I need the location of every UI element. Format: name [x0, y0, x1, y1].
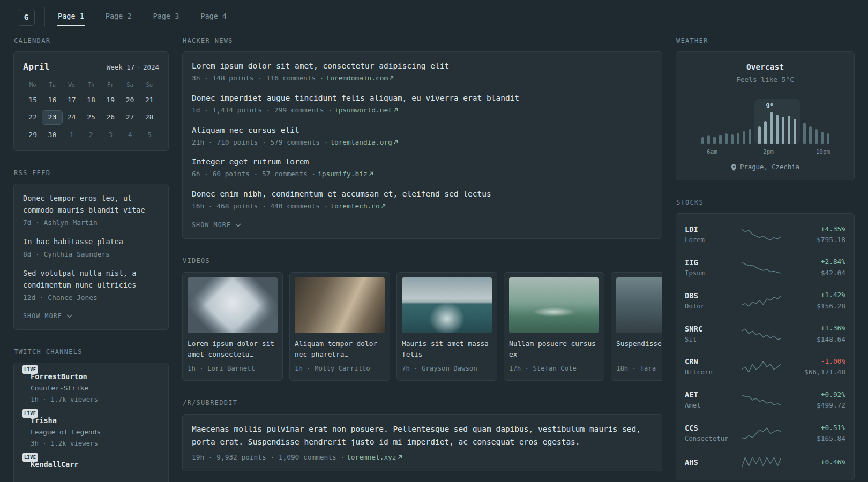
app-logo[interactable]: G	[18, 9, 35, 26]
video-thumbnail[interactable]	[616, 277, 662, 333]
video-card[interactable]: Mauris sit amet massa felis 7h · Grayson…	[396, 272, 497, 381]
stock-price: $156.28	[785, 302, 845, 312]
hn-item-domain-link[interactable]: loremdomain.com	[326, 74, 388, 82]
channel-name[interactable]: KendallCarr	[31, 460, 78, 470]
channel-category[interactable]: Counter-Strike	[31, 383, 98, 394]
channel-category[interactable]: League of Legends	[31, 427, 101, 438]
twitch-channel-row[interactable]: LIVE ForrestBurton Counter-Strike 1h · 1…	[23, 372, 159, 404]
weather-bar	[782, 117, 784, 144]
weather-condition: Overcast	[685, 62, 845, 73]
video-thumbnail[interactable]	[509, 277, 599, 333]
calendar-day[interactable]: 25	[81, 111, 101, 124]
video-thumbnail[interactable]	[188, 277, 278, 333]
video-title[interactable]: Suspendisse diam	[616, 338, 662, 360]
video-card[interactable]: Lorem ipsum dolor sit amet consectetu… 1…	[182, 272, 283, 381]
calendar-day[interactable]: 17	[62, 94, 81, 107]
video-thumbnail[interactable]	[402, 277, 492, 333]
calendar-day[interactable]: 16	[42, 94, 62, 107]
calendar-day[interactable]: 19	[101, 94, 120, 107]
channel-name[interactable]: Trisha	[31, 416, 101, 426]
stock-row[interactable]: CCSConsectetur +0.51%$165.84	[685, 417, 845, 450]
tab-page-2[interactable]: Page 2	[104, 5, 133, 29]
subreddit-domain-link[interactable]: loremnet.xyz	[347, 453, 396, 461]
hn-show-more-button[interactable]: SHOW MORE	[192, 220, 241, 230]
tab-page-4[interactable]: Page 4	[199, 5, 228, 29]
live-badge: LIVE	[22, 409, 38, 418]
video-meta: 18h · Tara	[616, 364, 662, 374]
hn-item-title[interactable]: Donec imperdiet augue tincidunt felis al…	[192, 93, 653, 104]
stock-row[interactable]: DBSDolor +1.42%$156.28	[685, 284, 845, 318]
calendar-day-selected[interactable]: 23	[42, 111, 62, 124]
stock-row[interactable]: AETAmet +0.92%$499.72	[685, 383, 845, 417]
weather-time: 6am	[707, 148, 717, 156]
hn-item-domain-link[interactable]: ipsumworld.net	[334, 106, 392, 114]
rss-show-more-button[interactable]: SHOW MORE	[23, 311, 72, 321]
calendar-day-next-month[interactable]: 1	[62, 129, 81, 142]
calendar-day-next-month[interactable]: 3	[101, 129, 120, 142]
video-title[interactable]: Aliquam tempor dolor nec pharetra…	[295, 338, 385, 360]
rss-item-title[interactable]: Donec tempor eros leo, ut commodo mauris…	[23, 193, 159, 216]
video-thumbnail[interactable]	[295, 277, 385, 333]
calendar-day[interactable]: 28	[140, 111, 159, 124]
video-title[interactable]: Nullam posuere cursus ex	[509, 338, 599, 360]
weather-bar	[770, 112, 773, 144]
calendar-day[interactable]: 18	[81, 94, 101, 107]
calendar-widget-title: CALENDAR	[14, 36, 169, 46]
calendar-day[interactable]: 15	[23, 94, 42, 107]
weather-time-labels: 6am 2pm 10pm	[685, 148, 845, 155]
hn-meta-text: 1d · 1,414 points · 299 comments ·	[192, 106, 332, 114]
stock-change: +2.84%	[785, 257, 845, 267]
calendar-day[interactable]: 26	[101, 111, 120, 124]
calendar-day[interactable]: 21	[140, 94, 159, 107]
hn-item: Donec enim nibh, condimentum et accumsan…	[192, 189, 653, 212]
stock-row[interactable]: LDILorem +4.35%$795.18	[685, 218, 845, 251]
tab-page-3[interactable]: Page 3	[152, 5, 181, 29]
hn-item-title[interactable]: Lorem ipsum dolor sit amet, consectetur …	[192, 61, 653, 72]
twitch-channel-row[interactable]: LIVE Trisha League of Legends 3h · 1.2k …	[23, 416, 159, 448]
calendar-day[interactable]: 24	[62, 111, 81, 124]
hn-item-title[interactable]: Aliquam nec cursus elit	[192, 125, 653, 136]
calendar-day-next-month[interactable]: 4	[120, 129, 139, 142]
calendar-day[interactable]: 29	[23, 129, 42, 142]
hn-item-title[interactable]: Donec enim nibh, condimentum et accumsan…	[192, 189, 653, 200]
video-card[interactable]: Nullam posuere cursus ex 17h · Stefan Co…	[504, 272, 604, 381]
hacker-news-widget-title: HACKER NEWS	[183, 36, 662, 46]
video-title[interactable]: Lorem ipsum dolor sit amet consectetu…	[188, 338, 278, 360]
external-link-icon	[393, 140, 398, 145]
twitch-channel-row[interactable]: LIVE KendallCarr	[23, 460, 159, 472]
hn-item-domain-link[interactable]: loremtech.co	[330, 202, 379, 210]
stock-row[interactable]: AHS +0.46%	[685, 450, 845, 476]
video-card[interactable]: Suspendisse diam 18h · Tara	[611, 272, 662, 381]
hn-item-title[interactable]: Integer eget rutrum lorem	[192, 156, 653, 168]
stock-change: +4.35%	[785, 224, 845, 235]
calendar-day[interactable]: 27	[120, 111, 139, 124]
stock-name: Dolor	[685, 302, 737, 312]
rss-card: Donec tempor eros leo, ut commodo mauris…	[13, 184, 169, 330]
calendar-day-header: Th	[81, 81, 101, 89]
stock-row[interactable]: IIGIpsum +2.84%$42.04	[685, 251, 845, 284]
stock-row[interactable]: SNRCSit +1.36%$148.64	[685, 318, 845, 351]
hn-item-domain-link[interactable]: ipsumify.biz	[318, 170, 367, 178]
center-column: HACKER NEWS Lorem ipsum dolor sit amet, …	[182, 36, 662, 482]
video-title[interactable]: Mauris sit amet massa felis	[402, 338, 492, 360]
calendar-day-next-month[interactable]: 2	[81, 129, 101, 142]
calendar-day[interactable]: 20	[120, 94, 139, 107]
stock-row[interactable]: CRNBitcorn -1.00%$66,171.48	[685, 350, 845, 383]
stock-sparkline	[742, 327, 781, 341]
twitch-widget-title: TWITCH CHANNELS	[14, 348, 169, 357]
rss-item-title[interactable]: In hac habitasse platea	[23, 236, 159, 248]
stock-price: $165.84	[785, 434, 845, 444]
calendar-days: 15 16 17 18 19 20 21 22 23 24 25 26 27 2…	[23, 94, 159, 142]
subreddit-widget-title: /R/SUBREDDIT	[183, 398, 662, 408]
calendar-day[interactable]: 30	[42, 129, 62, 142]
hn-item-domain-link[interactable]: loremlandia.org	[330, 138, 392, 146]
rss-item-title[interactable]: Sed volutpat nulla nisl, a condimentum n…	[23, 268, 159, 291]
calendar-day[interactable]: 22	[23, 111, 42, 124]
calendar-day-header: Tu	[42, 81, 62, 89]
tab-page-1[interactable]: Page 1	[57, 5, 85, 29]
calendar-day-next-month[interactable]: 5	[140, 129, 159, 142]
video-card[interactable]: Aliquam tempor dolor nec pharetra… 1h · …	[289, 272, 390, 381]
channel-name[interactable]: ForrestBurton	[31, 372, 98, 382]
subreddit-post-title[interactable]: Maecenas mollis pulvinar erat non posuer…	[192, 423, 653, 449]
left-column: CALENDAR April Week 17·2024 Mo Tu We Th …	[13, 36, 169, 482]
